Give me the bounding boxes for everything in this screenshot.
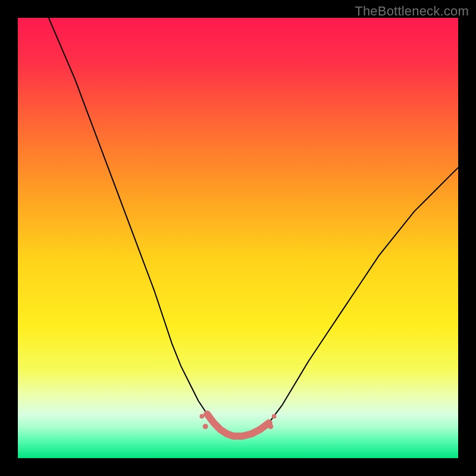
- plot-area: [18, 18, 458, 458]
- optimal-region-dot: [203, 424, 208, 429]
- gradient-background: [18, 18, 458, 458]
- optimal-region-dot: [199, 414, 204, 419]
- optimal-region-dot: [272, 414, 277, 419]
- optimal-region-dot: [268, 424, 273, 429]
- optimal-region-dot: [204, 411, 211, 417]
- chart-frame: TheBottleneck.com: [0, 0, 476, 476]
- bottleneck-chart: [18, 18, 458, 458]
- attribution-text: TheBottleneck.com: [355, 4, 469, 19]
